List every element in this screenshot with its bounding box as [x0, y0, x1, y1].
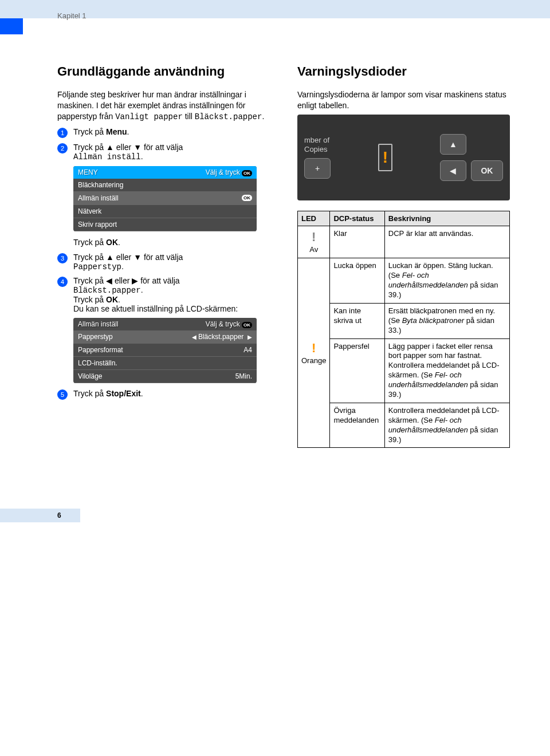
status-cell: Pappersfel	[330, 338, 384, 403]
step-2: 2 Tryck på ▲ eller ▼ för att välja Allmä…	[57, 143, 270, 162]
intro-text-right: Varningslysdioderna är lampor som visar …	[297, 89, 510, 111]
lcd-header: Allmän inställ Välj & tryck OK	[73, 318, 257, 330]
heading-warning-leds: Varningslysdioder	[297, 64, 510, 79]
warning-led-frame: !	[378, 144, 392, 171]
lcd-header: MENY Välj & tryck OK	[73, 166, 257, 179]
step-number-2: 2	[57, 143, 68, 153]
right-column: Varningslysdioder Varningslysdioderna är…	[297, 64, 510, 448]
step-5: 5 Tryck på Stop/Exit.	[57, 389, 270, 400]
exclamation-orange-icon: !	[301, 340, 326, 357]
lcd-screen-settings: Allmän inställ Välj & tryck OK Pappersty…	[73, 318, 257, 383]
status-cell: Lucka öppen	[330, 258, 384, 304]
step-4: 4 Tryck på ◀ eller ▶ för att välja Bläck…	[57, 276, 270, 313]
led-cell-orange: ! Orange	[298, 258, 330, 448]
control-panel-photo: mber of Copies + ! ▲ ◀ OK	[297, 115, 510, 200]
status-cell: Kan inte skriva ut	[330, 303, 384, 338]
ok-badge-icon: OK	[242, 322, 252, 328]
led-status-table: LED DCP-status Beskrivning ! Av Klar DCP…	[297, 211, 510, 448]
desc-cell: Luckan är öppen. Stäng luckan. (Se Fel- …	[384, 258, 509, 304]
lcd-row: Nätverk	[73, 205, 257, 218]
th-desc: Beskrivning	[384, 211, 509, 226]
page-content: Kapitel 1 Grundläggande användning Följa…	[0, 18, 550, 522]
triangle-up-icon: ▲	[449, 140, 457, 149]
exclamation-icon: !	[383, 148, 388, 166]
ok-badge-icon: OK	[242, 195, 252, 201]
lcd-row-selected: Allmän inställ OK	[73, 192, 257, 205]
ok-button[interactable]: OK	[471, 160, 503, 181]
step-number-3: 3	[57, 253, 68, 263]
step-number-4: 4	[57, 277, 68, 287]
heading-basic-usage: Grundläggande användning	[57, 64, 270, 79]
intro-text: Följande steg beskriver hur man ändrar i…	[57, 89, 270, 123]
plus-button[interactable]: +	[304, 158, 331, 179]
left-column: Grundläggande användning Följande steg b…	[57, 64, 270, 448]
press-ok-text: Tryck på OK.	[73, 237, 270, 248]
up-button[interactable]: ▲	[440, 134, 466, 155]
step-1: 1 Tryck på Menu.	[57, 127, 270, 138]
triangle-left-icon: ◀	[192, 334, 197, 340]
th-status: DCP-status	[330, 211, 384, 226]
status-cell: Klar	[330, 226, 384, 258]
desc-cell: Ersätt bläckpatronen med en ny. (Se Byta…	[384, 303, 509, 338]
th-led: LED	[298, 211, 330, 226]
desc-cell: Kontrollera meddelandet på LCD-skärmen. …	[384, 403, 509, 448]
led-cell-off: ! Av	[298, 226, 330, 258]
lcd-row: Pappersformat A4	[73, 344, 257, 357]
step-3: 3 Tryck på ▲ eller ▼ för att välja Pappe…	[57, 253, 270, 271]
lcd-row: Viloläge 5Min.	[73, 370, 257, 383]
copies-label: mber of Copies	[304, 136, 331, 153]
ok-badge-icon: OK	[242, 170, 252, 176]
triangle-right-icon: ▶	[247, 334, 252, 340]
lcd-row: LCD-inställn.	[73, 357, 257, 370]
lcd-row: Skriv rapport	[73, 218, 257, 231]
step-number-5: 5	[57, 389, 68, 400]
status-cell: Övriga meddelanden	[330, 403, 384, 448]
lcd-row-selected: Papperstyp ◀ Bläckst.papper ▶	[73, 330, 257, 344]
exclamation-off-icon: !	[301, 229, 326, 246]
desc-cell: Lägg papper i facket eller rensa bort pa…	[384, 338, 509, 403]
lcd-screen-menu: MENY Välj & tryck OK Bläckhantering Allm…	[73, 166, 257, 231]
page-number-tab: 6	[0, 509, 80, 522]
lcd-row: Bläckhantering	[73, 179, 257, 192]
triangle-left-icon: ◀	[450, 166, 456, 175]
desc-cell: DCP är klar att användas.	[384, 226, 509, 258]
left-button[interactable]: ◀	[440, 160, 466, 181]
step-number-1: 1	[57, 128, 68, 138]
chapter-label: Kapitel 1	[57, 11, 87, 20]
